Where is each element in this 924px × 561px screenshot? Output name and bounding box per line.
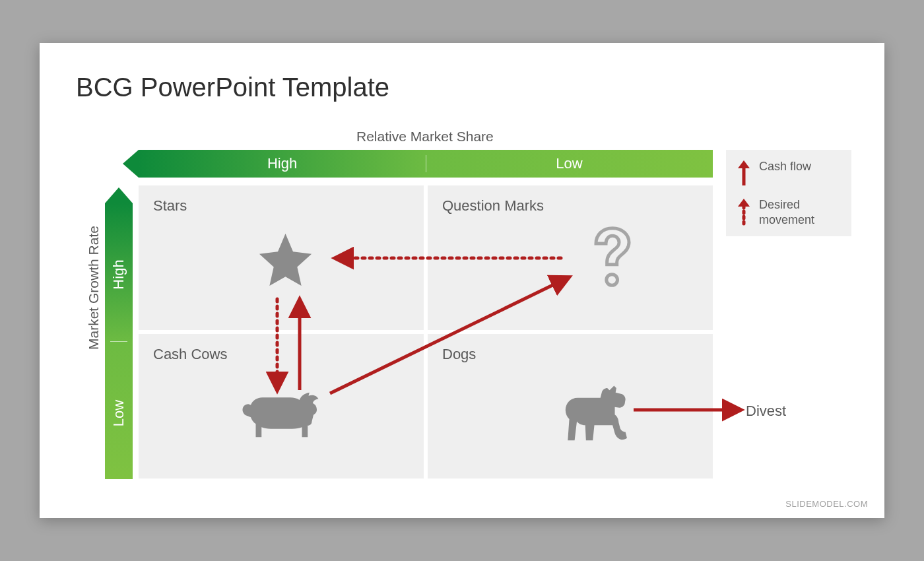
quadrant-cash-cows: Cash Cows: [139, 334, 424, 478]
legend-desired-movement: Desired movement: [737, 197, 841, 227]
quadrant-cash-cows-label: Cash Cows: [153, 346, 409, 363]
legend-cash-flow-label: Cash flow: [759, 159, 811, 174]
quadrant-dogs-label: Dogs: [442, 346, 698, 363]
x-axis-high: High: [139, 155, 426, 172]
y-axis-title: Market Growth Rate: [86, 226, 102, 350]
legend: Cash flow Desired movement: [726, 150, 851, 236]
dotted-arrow-icon: [737, 197, 751, 226]
slide: BCG PowerPoint Template Relative Market …: [40, 43, 884, 518]
quadrant-stars-label: Stars: [153, 197, 409, 214]
solid-arrow-icon: [737, 159, 751, 188]
x-axis-title: Relative Market Share: [356, 129, 494, 145]
star-icon: [254, 228, 317, 291]
y-axis-low: Low: [110, 380, 127, 446]
quadrant-stars: Stars: [139, 185, 424, 330]
cow-icon: [238, 387, 320, 446]
quadrant-question-marks: Question Marks: [428, 185, 713, 330]
y-axis-bar: High Low: [105, 203, 133, 479]
x-axis-low: Low: [426, 155, 713, 172]
quadrant-question-marks-label: Question Marks: [442, 197, 698, 214]
dog-icon: [556, 383, 632, 449]
y-axis-high: High: [110, 242, 127, 308]
slide-title: BCG PowerPoint Template: [76, 73, 389, 102]
question-mark-icon: [589, 224, 636, 290]
quadrant-dogs: Dogs: [428, 334, 713, 478]
svg-point-0: [607, 275, 618, 286]
bcg-matrix: Stars Question Marks Cash Cows Dogs: [139, 185, 713, 478]
x-axis-bar: High Low: [139, 150, 713, 178]
legend-cash-flow: Cash flow: [737, 159, 841, 188]
divest-label: Divest: [746, 403, 786, 420]
legend-desired-movement-label: Desired movement: [759, 197, 841, 227]
footer: SLIDEMODEL.COM: [785, 499, 868, 509]
